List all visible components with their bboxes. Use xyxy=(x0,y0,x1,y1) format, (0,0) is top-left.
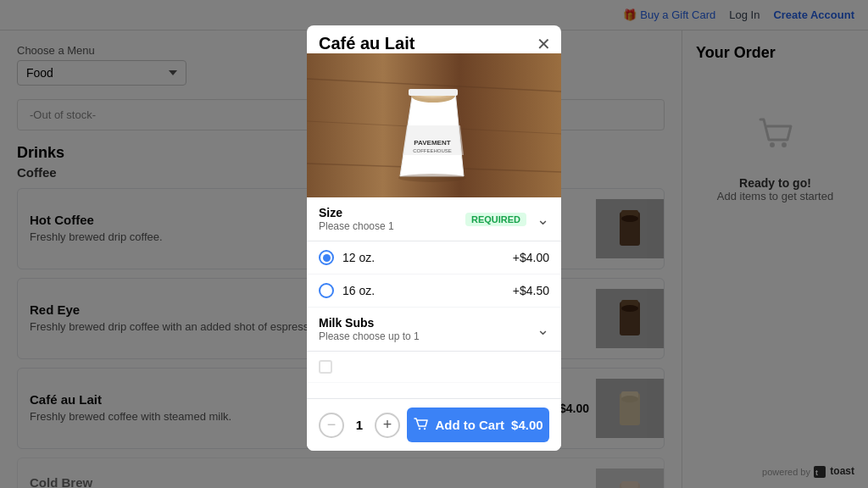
add-to-cart-price: $4.00 xyxy=(511,418,543,432)
radio-left: 12 oz. xyxy=(319,250,375,265)
size-option-12oz[interactable]: 12 oz. +$4.00 xyxy=(307,241,561,274)
quantity-value: 1 xyxy=(351,418,368,432)
required-badge: REQUIRED xyxy=(465,213,526,226)
radio-circle-16oz[interactable] xyxy=(319,283,334,298)
milk-chevron-icon: ⌄ xyxy=(537,320,549,339)
milk-section-info: Milk Subs Please choose up to 1 xyxy=(319,316,420,342)
modal-close-button[interactable]: ✕ xyxy=(537,34,551,54)
size-16oz-label: 16 oz. xyxy=(342,284,375,297)
size-required-area: REQUIRED ⌄ xyxy=(465,210,549,229)
milk-subtitle: Please choose up to 1 xyxy=(319,330,420,342)
radio-left: 16 oz. xyxy=(319,283,375,298)
size-16oz-price: +$4.50 xyxy=(513,284,549,297)
radio-circle-12oz[interactable] xyxy=(319,250,334,265)
svg-point-29 xyxy=(424,428,426,430)
milk-label: Milk Subs xyxy=(319,316,420,330)
svg-text:PAVEMENT: PAVEMENT xyxy=(414,139,450,147)
modal-title: Café au Lait xyxy=(307,25,561,53)
modal-dialog: ✕ Café au Lait xyxy=(307,25,561,451)
size-section: Size Please choose 1 REQUIRED ⌄ xyxy=(307,197,561,241)
add-to-cart-button[interactable]: Add to Cart $4.00 xyxy=(407,408,549,442)
milk-section-header[interactable]: Milk Subs Please choose up to 1 ⌄ xyxy=(319,316,549,342)
size-section-info: Size Please choose 1 xyxy=(319,206,394,232)
quantity-increase-button[interactable]: + xyxy=(375,413,400,438)
size-subtitle: Please choose 1 xyxy=(319,220,394,232)
svg-point-27 xyxy=(398,174,466,182)
size-section-header[interactable]: Size Please choose 1 REQUIRED ⌄ xyxy=(319,206,549,232)
svg-point-28 xyxy=(419,428,420,430)
modal-overlay: ✕ Café au Lait xyxy=(0,0,868,488)
milk-section: Milk Subs Please choose up to 1 ⌄ xyxy=(307,308,561,352)
checkbox-milk[interactable] xyxy=(319,360,332,374)
modal-product-image: PAVEMENT COFFEEHOUSE xyxy=(307,53,561,197)
size-option-16oz[interactable]: 16 oz. +$4.50 xyxy=(307,274,561,308)
modal-footer: − 1 + Add to Cart $4.00 xyxy=(307,398,561,451)
add-to-cart-label: Add to Cart xyxy=(435,418,504,432)
size-label: Size xyxy=(319,206,394,219)
cart-icon xyxy=(413,416,428,434)
svg-text:COFFEEHOUSE: COFFEEHOUSE xyxy=(413,148,452,153)
milk-option-row[interactable] xyxy=(307,352,561,383)
size-12oz-price: +$4.00 xyxy=(513,251,549,264)
size-chevron-icon: ⌄ xyxy=(537,210,549,229)
svg-rect-26 xyxy=(409,89,458,96)
size-12oz-label: 12 oz. xyxy=(342,251,375,264)
quantity-decrease-button[interactable]: − xyxy=(319,413,344,438)
